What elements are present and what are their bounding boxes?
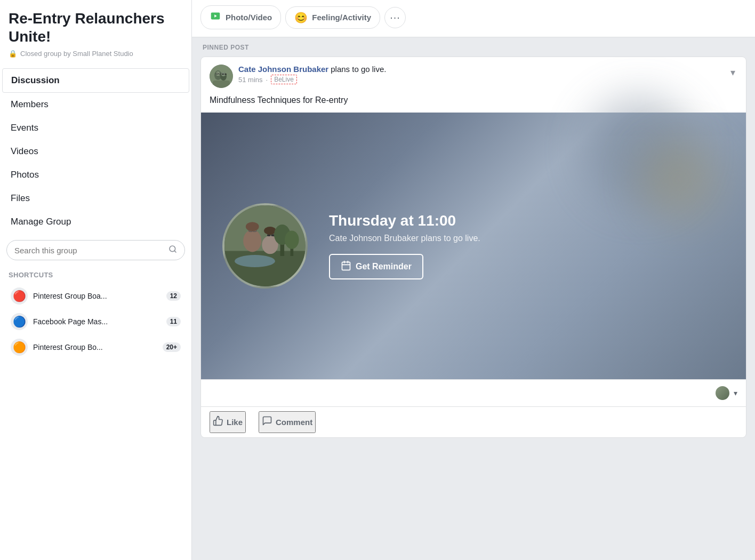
sidebar-item-manage-group[interactable]: Manage Group <box>2 210 189 234</box>
group-title: Re-Entry Relaunchers Unite! <box>9 10 183 45</box>
get-reminder-button[interactable]: Get Reminder <box>329 254 423 279</box>
more-options-button[interactable]: ··· <box>384 7 406 28</box>
post-action-text: plans to go live. <box>331 65 386 74</box>
shortcuts-title: Shortcuts <box>9 271 183 279</box>
post-expand-chevron[interactable]: ▾ <box>728 65 737 81</box>
svg-line-1 <box>174 251 176 252</box>
live-video-container: Thursday at 11:00 Cate Johnson Brubaker … <box>201 113 746 379</box>
sidebar: Re-Entry Relaunchers Unite! 🔒 Closed gro… <box>0 0 192 560</box>
group-subtitle-text: Closed group by Small Planet Studio <box>20 50 133 58</box>
search-input[interactable] <box>14 246 164 255</box>
reaction-bar: Like Comment <box>201 406 746 437</box>
feeling-label: Feeling/Activity <box>312 13 371 22</box>
pinned-post-section: PINNED POST <box>192 44 755 438</box>
shortcut-label-facebook: Facebook Page Mas... <box>33 317 161 326</box>
avatar-image <box>210 65 233 88</box>
more-icon: ··· <box>390 11 400 23</box>
svg-rect-31 <box>342 262 350 270</box>
sidebar-item-events[interactable]: Events <box>2 116 189 140</box>
shortcut-icon-pinterest2: 🟠 <box>11 339 28 356</box>
feeling-icon: 😊 <box>294 11 308 24</box>
like-label: Like <box>227 418 243 427</box>
post-header: Cate Johnson Brubaker plans to go live. … <box>201 57 746 93</box>
post-time: 51 mins <box>238 76 263 84</box>
shortcut-icon-pinterest1: 🔴 <box>11 287 28 305</box>
live-video-inner: Thursday at 11:00 Cate Johnson Brubaker … <box>222 203 725 289</box>
sidebar-item-members[interactable]: Members <box>2 93 189 116</box>
sidebar-item-discussion[interactable]: Discussion <box>2 68 189 93</box>
post-meta: Cate Johnson Brubaker plans to go live. … <box>238 65 728 84</box>
sidebar-item-videos[interactable]: Videos <box>2 140 189 163</box>
search-box[interactable] <box>6 240 185 260</box>
shortcut-badge-facebook: 11 <box>166 317 181 326</box>
chevron-down-icon[interactable]: ▾ <box>734 389 737 397</box>
shortcut-item-pinterest1[interactable]: 🔴 Pinterest Group Boa... 12 <box>9 283 183 309</box>
svg-point-16 <box>235 255 275 267</box>
author-name[interactable]: Cate Johnson Brubaker <box>238 65 328 74</box>
live-info: Thursday at 11:00 Cate Johnson Brubaker … <box>329 212 480 279</box>
svg-rect-9 <box>213 81 230 88</box>
post-actions-bar: Photo/Video 😊 Feeling/Activity ··· <box>192 0 755 37</box>
svg-rect-12 <box>222 74 224 75</box>
live-avatar <box>222 203 308 289</box>
feeling-activity-button[interactable]: 😊 Feeling/Activity <box>285 6 380 29</box>
sidebar-item-files[interactable]: Files <box>2 187 189 210</box>
shortcuts-section: Shortcuts 🔴 Pinterest Group Boa... 12 🔵 … <box>0 265 191 362</box>
svg-rect-13 <box>224 74 227 75</box>
sidebar-header: Re-Entry Relaunchers Unite! 🔒 Closed gro… <box>0 0 191 62</box>
lock-icon: 🔒 <box>9 50 17 58</box>
live-description: Cate Johnson Brubaker plans to go live. <box>329 234 480 243</box>
main-content: Photo/Video 😊 Feeling/Activity ··· PINNE… <box>192 0 755 560</box>
photo-video-label: Photo/Video <box>226 13 272 22</box>
sidebar-item-photos[interactable]: Photos <box>2 163 189 187</box>
search-icon <box>168 245 177 255</box>
post-time-row: 51 mins · BeLive <box>238 75 728 84</box>
shortcut-item-pinterest2[interactable]: 🟠 Pinterest Group Bo... 20+ <box>9 334 183 360</box>
post-author-info: Cate Johnson Brubaker plans to go live. <box>238 65 728 74</box>
post-footer: ▾ <box>201 379 746 406</box>
shortcut-badge-pinterest2: 20+ <box>163 342 181 352</box>
calendar-icon <box>341 260 351 273</box>
svg-point-17 <box>243 230 261 252</box>
shortcut-label-pinterest2: Pinterest Group Bo... <box>33 343 157 351</box>
shortcut-badge-pinterest1: 12 <box>166 291 181 301</box>
post-footer-avatar-area[interactable]: ▾ <box>714 385 737 401</box>
comment-label: Comment <box>276 418 312 427</box>
svg-point-26 <box>246 222 259 231</box>
svg-point-30 <box>285 231 299 249</box>
shortcut-item-facebook-page[interactable]: 🔵 Facebook Page Mas... 11 <box>9 309 183 334</box>
like-icon <box>213 415 223 429</box>
post-author-avatar[interactable] <box>210 65 233 88</box>
sidebar-nav: Discussion Members Events Videos Photos … <box>0 68 191 234</box>
commenter-avatar <box>714 385 730 401</box>
belive-badge: BeLive <box>271 75 297 84</box>
photo-video-button[interactable]: Photo/Video <box>200 5 281 29</box>
like-button[interactable]: Like <box>210 411 246 433</box>
group-subtitle: 🔒 Closed group by Small Planet Studio <box>9 50 183 58</box>
shortcut-label-pinterest1: Pinterest Group Boa... <box>33 292 161 300</box>
comment-icon <box>262 415 272 429</box>
photo-video-icon <box>210 10 221 25</box>
shortcut-icon-facebook: 🔵 <box>11 313 28 330</box>
post-card: Cate Johnson Brubaker plans to go live. … <box>200 57 746 438</box>
pinned-label: PINNED POST <box>200 44 746 51</box>
get-reminder-label: Get Reminder <box>356 262 412 271</box>
comment-button[interactable]: Comment <box>259 411 316 433</box>
live-time: Thursday at 11:00 <box>329 212 480 229</box>
